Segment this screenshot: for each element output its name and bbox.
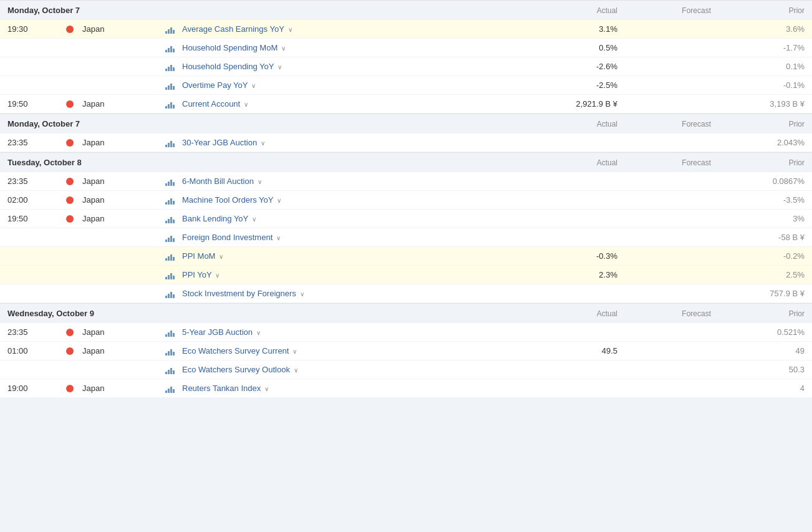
event-country: Japan [82, 384, 157, 393]
day-header: Wednesday, October 9ActualForecastPrior [0, 303, 812, 323]
event-row: 19:50JapanBank Lending YoY ∨3% [0, 210, 812, 228]
chevron-down-icon: ∨ [275, 197, 281, 204]
header-forecast-label: Forecast [617, 158, 711, 167]
chevron-down-icon: ∨ [250, 82, 256, 89]
event-actual: -2.6% [524, 62, 617, 71]
chevron-down-icon: ∨ [214, 272, 220, 279]
event-country: Japan [82, 327, 157, 337]
event-time: 23:35 [7, 177, 57, 186]
event-flag [57, 329, 82, 336]
event-country: Japan [82, 346, 157, 355]
event-name[interactable]: Average Cash Earnings YoY ∨ [182, 24, 524, 34]
chart-icon [165, 365, 175, 374]
event-time: 19:00 [7, 384, 57, 393]
chevron-down-icon: ∨ [276, 64, 282, 70]
header-actual-label: Actual [524, 120, 617, 128]
header-prior-label: Prior [711, 158, 805, 167]
event-row: 23:35Japan6-Month Bill Auction ∨0.0867% [0, 172, 812, 191]
chart-cell[interactable] [157, 81, 182, 90]
chevron-down-icon: ∨ [263, 385, 269, 392]
event-name[interactable]: 6-Month Bill Auction ∨ [182, 177, 524, 186]
chart-cell[interactable] [157, 384, 182, 393]
event-time: 23:35 [7, 138, 57, 147]
event-name[interactable]: Eco Watchers Survey Current ∨ [182, 346, 524, 355]
event-name[interactable]: PPI YoY ∨ [182, 270, 524, 279]
event-actual: -2.5% [524, 80, 617, 90]
event-prior: -1.7% [711, 43, 805, 52]
event-prior: 2.5% [711, 270, 805, 279]
event-time: 23:35 [7, 327, 57, 337]
event-row: Household Spending MoM ∨0.5%-1.7% [0, 39, 812, 57]
day-header: Monday, October 7ActualForecastPrior [0, 0, 812, 20]
country-flag [66, 385, 74, 392]
event-prior: 3% [711, 214, 805, 223]
event-name[interactable]: Current Account ∨ [182, 99, 524, 109]
event-name[interactable]: Overtime Pay YoY ∨ [182, 80, 524, 90]
event-time: 19:30 [7, 24, 57, 34]
chart-cell[interactable] [157, 196, 182, 205]
event-name[interactable]: Bank Lending YoY ∨ [182, 214, 524, 223]
event-flag [57, 385, 82, 392]
event-row: 02:00JapanMachine Tool Orders YoY ∨-3.5% [0, 191, 812, 210]
chevron-down-icon: ∨ [259, 140, 265, 147]
chart-icon [165, 177, 175, 186]
chart-cell[interactable] [157, 271, 182, 279]
event-actual: 2,921.9 B ¥ [524, 99, 617, 109]
event-name[interactable]: Household Spending MoM ∨ [182, 43, 524, 52]
chart-cell[interactable] [157, 252, 182, 261]
event-flag [57, 178, 82, 185]
header-prior-label: Prior [711, 6, 805, 15]
chart-cell[interactable] [157, 25, 182, 34]
chart-cell[interactable] [157, 289, 182, 298]
chart-cell[interactable] [157, 177, 182, 186]
event-name[interactable]: Machine Tool Orders YoY ∨ [182, 195, 524, 205]
event-prior: 4 [711, 384, 805, 393]
chart-icon [165, 252, 175, 261]
country-flag [66, 178, 74, 185]
event-name[interactable]: Foreign Bond Investment ∨ [182, 233, 524, 242]
chart-cell[interactable] [157, 233, 182, 242]
chart-icon [165, 289, 175, 298]
day-title: Wednesday, October 9 [7, 309, 524, 318]
chevron-down-icon: ∨ [286, 26, 292, 33]
event-name[interactable]: Household Spending YoY ∨ [182, 62, 524, 71]
event-prior: -58 B ¥ [711, 233, 805, 242]
chart-cell[interactable] [157, 347, 182, 355]
chart-cell[interactable] [157, 215, 182, 223]
chart-icon [165, 233, 175, 242]
chart-cell[interactable] [157, 328, 182, 337]
event-actual: 3.1% [524, 24, 617, 34]
event-row: PPI YoY ∨2.3%2.5% [0, 266, 812, 284]
event-actual: 2.3% [524, 270, 617, 279]
chart-cell[interactable] [157, 100, 182, 109]
chart-cell[interactable] [157, 62, 182, 71]
event-country: Japan [82, 214, 157, 223]
event-prior: 50.3 [711, 365, 805, 374]
event-name[interactable]: Stock Investment by Foreigners ∨ [182, 289, 524, 298]
chart-cell[interactable] [157, 138, 182, 147]
event-prior: 3.6% [711, 24, 805, 34]
event-prior: 3,193 B ¥ [711, 99, 805, 109]
header-forecast-label: Forecast [617, 6, 711, 15]
event-actual: 0.5% [524, 43, 617, 52]
chart-icon [165, 347, 175, 355]
event-prior: 757.9 B ¥ [711, 289, 805, 298]
country-flag [66, 347, 74, 355]
header-actual-label: Actual [524, 6, 617, 15]
chart-icon [165, 215, 175, 223]
event-name[interactable]: PPI MoM ∨ [182, 251, 524, 261]
event-name[interactable]: 5-Year JGB Auction ∨ [182, 327, 524, 337]
chart-cell[interactable] [157, 365, 182, 374]
event-name[interactable]: 30-Year JGB Auction ∨ [182, 138, 524, 147]
event-country: Japan [82, 138, 157, 147]
chevron-down-icon: ∨ [279, 45, 286, 52]
event-name[interactable]: Reuters Tankan Index ∨ [182, 384, 524, 393]
header-actual-label: Actual [524, 158, 617, 167]
event-row: 19:50JapanCurrent Account ∨2,921.9 B ¥3,… [0, 95, 812, 114]
chart-icon [165, 100, 175, 109]
event-name[interactable]: Eco Watchers Survey Outlook ∨ [182, 365, 524, 374]
chevron-down-icon: ∨ [292, 367, 298, 374]
chart-icon [165, 196, 175, 205]
chart-cell[interactable] [157, 44, 182, 52]
header-forecast-label: Forecast [617, 120, 711, 128]
